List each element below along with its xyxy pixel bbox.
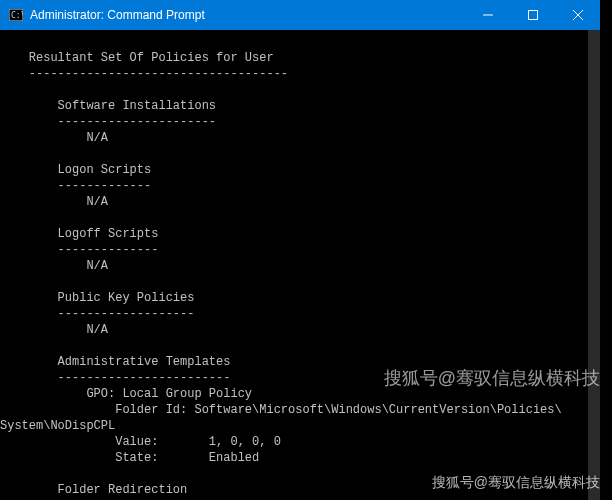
output-line: Logoff Scripts — [0, 227, 158, 241]
output-line: N/A — [0, 323, 108, 337]
output-line: GPO: Local Group Policy — [0, 387, 252, 401]
output-line: -------------- — [0, 243, 158, 257]
output-line: Administrative Templates — [0, 355, 230, 369]
svg-rect-3 — [528, 11, 537, 20]
cmd-icon: C:\ — [8, 7, 24, 23]
output-line: ------------------- — [0, 307, 194, 321]
output-line: ------------------------------------ — [0, 67, 288, 81]
close-button[interactable] — [555, 0, 600, 30]
output-line: State: Enabled — [0, 451, 259, 465]
output-line: Public Key Policies — [0, 291, 194, 305]
output-line: ------------- — [0, 179, 151, 193]
output-line: Resultant Set Of Policies for User — [0, 51, 274, 65]
output-line: System\NoDispCPL — [0, 419, 115, 433]
output-line: Value: 1, 0, 0, 0 — [0, 435, 281, 449]
output-line: ------------------------ — [0, 371, 230, 385]
terminal-output[interactable]: Resultant Set Of Policies for User -----… — [0, 30, 600, 500]
minimize-button[interactable] — [465, 0, 510, 30]
svg-text:C:\: C:\ — [11, 11, 23, 20]
output-line: Folder Id: Software\Microsoft\Windows\Cu… — [0, 403, 562, 417]
output-line: ---------------------- — [0, 115, 216, 129]
window-titlebar: C:\ Administrator: Command Prompt — [0, 0, 600, 30]
output-line: N/A — [0, 195, 108, 209]
window-controls — [465, 0, 600, 30]
output-line: Software Installations — [0, 99, 216, 113]
maximize-button[interactable] — [510, 0, 555, 30]
window-title: Administrator: Command Prompt — [30, 8, 465, 22]
output-line: N/A — [0, 131, 108, 145]
output-line: Logon Scripts — [0, 163, 151, 177]
output-line: N/A — [0, 259, 108, 273]
output-line: Folder Redirection — [0, 483, 187, 497]
